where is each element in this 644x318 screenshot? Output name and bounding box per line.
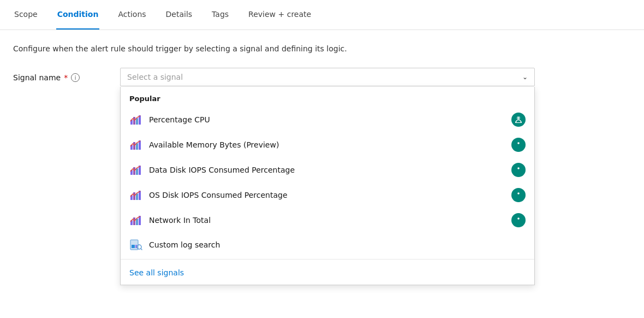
signal-name-field-row: Signal name * i Select a signal ⌄ Popula…: [13, 68, 631, 86]
info-icon[interactable]: i: [71, 73, 80, 82]
badge-icon: [511, 138, 526, 152]
list-item[interactable]: Custom log search: [121, 233, 534, 257]
svg-rect-33: [132, 245, 135, 248]
signal-dropdown-panel: Popular Percentage CPU: [120, 87, 535, 285]
list-item[interactable]: Data Disk IOPS Consumed Percentage: [121, 157, 534, 182]
signal-select-trigger[interactable]: Select a signal ⌄: [120, 68, 535, 86]
svg-rect-14: [133, 167, 135, 175]
label-text: Signal name: [13, 73, 61, 82]
item-label: Data Disk IOPS Consumed Percentage: [149, 166, 505, 174]
item-label: Network In Total: [149, 216, 505, 225]
see-all-signals-link[interactable]: See all signals: [121, 262, 534, 285]
nav-item-review-create[interactable]: Review + create: [247, 0, 312, 30]
chart-icon: [129, 138, 142, 151]
svg-point-12: [517, 142, 520, 144]
list-item[interactable]: Network In Total: [121, 208, 534, 233]
list-item[interactable]: OS Disk IOPS Consumed Percentage: [121, 182, 534, 208]
svg-rect-20: [133, 192, 135, 200]
dropdown-placeholder: Select a signal: [127, 73, 183, 81]
svg-point-30: [517, 217, 520, 220]
svg-rect-8: [133, 142, 135, 150]
badge-icon: [511, 213, 526, 227]
chevron-down-icon: ⌄: [522, 73, 528, 81]
nav-item-details[interactable]: Details: [165, 0, 194, 30]
chart-icon: [129, 189, 142, 202]
nav-item-scope[interactable]: Scope: [13, 0, 39, 30]
required-marker: *: [64, 73, 68, 82]
list-item[interactable]: Percentage CPU: [121, 107, 534, 132]
item-label: Percentage CPU: [149, 115, 505, 124]
svg-point-6: [517, 117, 520, 119]
nav-item-condition[interactable]: Condition: [56, 0, 100, 30]
signal-dropdown-container: Select a signal ⌄ Popular Percentage CPU: [120, 68, 535, 86]
badge-icon: [511, 163, 526, 177]
svg-point-24: [517, 192, 520, 195]
log-search-icon: [129, 238, 142, 251]
svg-rect-1: [133, 117, 135, 125]
svg-line-36: [141, 249, 142, 250]
chart-icon: [129, 113, 142, 126]
badge-icon: [511, 188, 526, 202]
item-label: Available Memory Bytes (Preview): [149, 140, 505, 149]
main-content: Configure when the alert rule should tri…: [0, 30, 644, 86]
nav-item-tags[interactable]: Tags: [211, 0, 230, 30]
item-label: OS Disk IOPS Consumed Percentage: [149, 191, 505, 199]
top-navigation: ScopeConditionActionsDetailsTagsReview +…: [0, 0, 644, 30]
signal-name-label: Signal name * i: [13, 68, 111, 82]
badge-icon: [511, 113, 526, 127]
svg-rect-26: [133, 217, 135, 225]
dropdown-divider: [121, 259, 534, 260]
nav-item-actions[interactable]: Actions: [117, 0, 147, 30]
chart-icon: [129, 163, 142, 176]
list-item[interactable]: Available Memory Bytes (Preview): [121, 132, 534, 157]
popular-section-title: Popular: [121, 87, 534, 107]
description-text: Configure when the alert rule should tri…: [13, 43, 631, 55]
item-label: Custom log search: [149, 240, 526, 249]
chart-icon: [129, 214, 142, 227]
svg-point-18: [517, 167, 520, 169]
